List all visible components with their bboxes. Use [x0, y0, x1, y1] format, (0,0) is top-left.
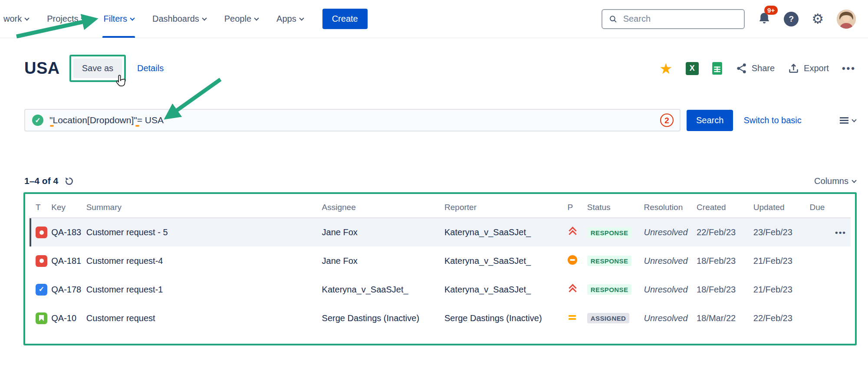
issues-table: TKeySummaryAssigneeReporterPStatusResolu…: [30, 197, 851, 332]
issue-table-body: QA-183 Customer request - 5 Jane Fox Kat…: [30, 218, 851, 332]
priority-icon: [568, 312, 578, 322]
issue-key[interactable]: QA-181: [51, 256, 81, 266]
column-header[interactable]: Created: [697, 197, 753, 218]
nav-item-projects[interactable]: Projects: [47, 0, 85, 38]
valid-check-icon: ✓: [32, 115, 43, 126]
help-button[interactable]: ?: [784, 12, 799, 26]
nav-item-label: Dashboards: [152, 14, 199, 24]
chevron-down-icon: [202, 16, 207, 20]
column-header[interactable]: Summary: [86, 197, 322, 218]
jql-input[interactable]: ✓ "Location[Dropdown]"= USA 2: [24, 109, 681, 131]
share-button[interactable]: Share: [736, 62, 775, 74]
syntax-highlight-mark: [135, 125, 139, 127]
issue-resolution: Unresolved: [644, 304, 697, 332]
nav-item-label: work: [3, 14, 22, 24]
refresh-icon: [64, 176, 74, 186]
issue-created: 22/Feb/23: [697, 218, 753, 246]
export-icon: [788, 62, 799, 74]
issue-assignee: Kateryna_v_SaaSJet_: [322, 275, 444, 304]
status-badge: ASSIGNED: [587, 313, 630, 323]
issue-reporter: Serge Dastings (Inactive): [444, 304, 567, 332]
cursor-pointer-icon: [115, 74, 128, 89]
table-row[interactable]: QA-183 Customer request - 5 Jane Fox Kat…: [30, 218, 851, 246]
status-badge: RESPONSE: [587, 256, 632, 266]
chevron-down-icon: [81, 16, 86, 20]
issue-assignee: Jane Fox: [322, 218, 444, 246]
export-label: Export: [804, 63, 829, 73]
column-header[interactable]: Status: [587, 197, 644, 218]
nav-item-people[interactable]: People: [224, 0, 258, 38]
issue-assignee: Jane Fox: [322, 246, 444, 275]
columns-label: Columns: [814, 176, 848, 186]
search-button[interactable]: Search: [687, 110, 733, 131]
column-header[interactable]: Assignee: [322, 197, 444, 218]
issue-updated: 21/Feb/23: [753, 246, 810, 275]
nav-items: work Projects Filters Dashboards People …: [3, 0, 368, 38]
issue-type-icon: [36, 284, 47, 296]
column-header[interactable]: Key: [51, 197, 86, 218]
issue-key[interactable]: QA-183: [51, 227, 81, 237]
issue-summary[interactable]: Customer request: [86, 313, 155, 323]
sheets-grid-icon: [712, 62, 723, 75]
nav-item-label: Projects: [47, 14, 78, 24]
nav-item-label: Filters: [103, 14, 127, 24]
row-actions-button[interactable]: •••: [835, 228, 846, 237]
nav-item-filters[interactable]: Filters: [103, 0, 134, 38]
nav-item-dashboards[interactable]: Dashboards: [152, 0, 206, 38]
profile-avatar[interactable]: [837, 10, 856, 29]
jira-filter-page: work Projects Filters Dashboards People …: [0, 0, 868, 345]
table-row[interactable]: QA-181 Customer request-4 Jane Fox Kater…: [30, 246, 851, 275]
issue-key[interactable]: QA-178: [51, 285, 81, 294]
notifications-button[interactable]: 9+: [758, 12, 771, 26]
export-button[interactable]: Export: [788, 62, 829, 74]
jql-search-bar: ✓ "Location[Dropdown]"= USA 2 Search Swi…: [24, 109, 856, 131]
column-header[interactable]: Updated: [753, 197, 810, 218]
excel-export-icon[interactable]: X: [686, 62, 699, 75]
nav-item-apps[interactable]: Apps: [276, 0, 303, 38]
global-search[interactable]: [602, 9, 745, 29]
create-button[interactable]: Create: [322, 9, 368, 29]
filter-header: USA Save as Details ★ X Share: [24, 55, 856, 82]
issue-updated: 22/Feb/23: [753, 304, 810, 332]
nav-item-label: Apps: [276, 14, 296, 24]
priority-icon: [568, 283, 578, 294]
refresh-button[interactable]: [64, 176, 74, 186]
sheets-export-icon[interactable]: [712, 62, 723, 75]
column-header[interactable]: P: [568, 197, 587, 218]
issue-resolution: Unresolved: [644, 218, 697, 246]
detail-view-toggle[interactable]: [840, 117, 856, 124]
column-header[interactable]: Due: [809, 197, 851, 218]
settings-button[interactable]: ⚙: [812, 12, 824, 26]
column-header[interactable]: Reporter: [444, 197, 567, 218]
issue-summary[interactable]: Customer request-4: [86, 256, 163, 266]
results-count: 1–4 of 4: [24, 176, 58, 186]
column-header[interactable]: T: [30, 197, 51, 218]
issue-reporter: Kateryna_v_SaaSJet_: [444, 246, 567, 275]
issue-summary[interactable]: Customer request-1: [86, 285, 163, 294]
favorite-star-icon[interactable]: ★: [659, 61, 672, 76]
details-link[interactable]: Details: [137, 63, 164, 73]
nav-item-work[interactable]: work: [3, 0, 29, 38]
chevron-down-icon: [852, 117, 856, 122]
table-row[interactable]: QA-178 Customer request-1 Kateryna_v_Saa…: [30, 275, 851, 304]
priority-icon: [568, 226, 578, 237]
switch-to-basic-link[interactable]: Switch to basic: [743, 115, 801, 125]
issue-created: 18/Mar/22: [697, 304, 753, 332]
column-header[interactable]: Resolution: [644, 197, 697, 218]
issue-key[interactable]: QA-10: [51, 313, 76, 323]
priority-icon: [568, 255, 577, 265]
question-icon: ?: [789, 14, 794, 24]
jql-error-count-badge[interactable]: 2: [660, 114, 674, 127]
annotation-box-save-as: Save as: [69, 55, 126, 82]
table-header-row: TKeySummaryAssigneeReporterPStatusResolu…: [30, 197, 851, 218]
main-content: USA Save as Details ★ X Share: [0, 55, 868, 345]
more-actions-button[interactable]: •••: [842, 63, 856, 74]
global-search-input[interactable]: [622, 13, 738, 24]
issue-summary[interactable]: Customer request - 5: [86, 227, 168, 237]
avatar-image: [837, 10, 856, 29]
list-view-icon: [840, 117, 848, 124]
chevron-down-icon: [299, 16, 304, 20]
jql-query-text: "Location[Dropdown]"= USA: [49, 115, 164, 125]
table-row[interactable]: QA-10 Customer request Serge Dastings (I…: [30, 304, 851, 332]
columns-button[interactable]: Columns: [814, 176, 856, 186]
